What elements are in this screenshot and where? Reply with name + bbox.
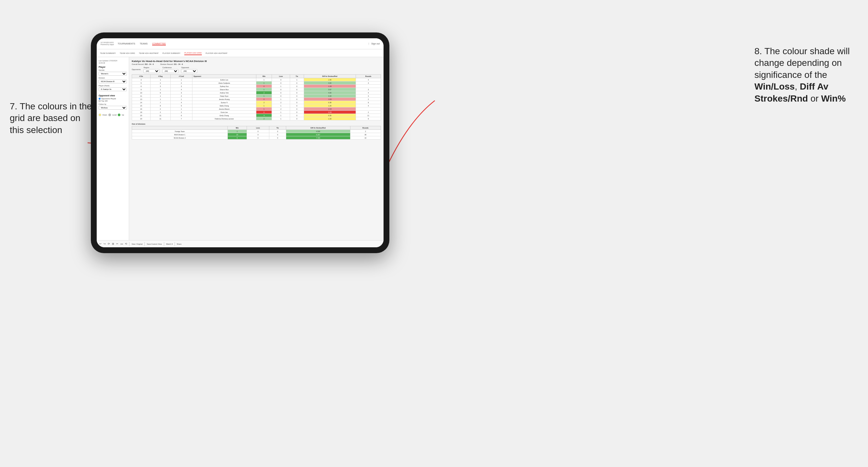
table-row: 13 1 1 Jessica Huang 0 1 0 -3.00 2 [132, 98, 381, 101]
ood-col-diff: Diff Av Strokes/Rnd [286, 126, 350, 130]
opponent-view-group: Opponents Played Top 100 [99, 98, 127, 102]
refresh-icon[interactable]: ⟳ [108, 242, 110, 245]
ood-cell-opponent: NCAA Division 2 [132, 136, 228, 139]
ood-table-row: NAIA Division 1 15 0 0 9.267 30 [132, 133, 381, 136]
nav-links: TOURNAMENTS TEAMS COMMITTEE [118, 42, 368, 45]
ood-cell-win: 5 [227, 136, 247, 139]
subnav-team-h2h-heatmap[interactable]: TEAM H2H HEATMAP [139, 52, 159, 55]
ood-cell-loss: 0 [247, 130, 269, 133]
table-row: 20 11 7 Federica Domecq Lacroze 2 1 0 1.… [132, 117, 381, 120]
subnav-team-summary[interactable]: TEAM SUMMARY [100, 52, 116, 55]
nav-tournaments[interactable]: TOURNAMENTS [118, 42, 135, 45]
cell-tie: 0 [290, 107, 304, 111]
more-icon[interactable]: ••• [120, 242, 123, 245]
gender-select[interactable]: Women's [99, 72, 127, 75]
save-custom-btn[interactable]: Save Custom View [147, 243, 162, 245]
ood-table-row: Foreign Team 1 0 0 4.500 2 [132, 130, 381, 133]
ood-cell-win: 1 [227, 130, 247, 133]
grid-icon[interactable]: ⊞ [112, 242, 114, 245]
share-btn[interactable]: Share [177, 243, 182, 245]
cell-loss: 1 [272, 98, 290, 101]
cell-rounds: 6 [356, 117, 381, 120]
subnav-player-h2h-grid[interactable]: PLAYER H2H GRID [184, 51, 202, 55]
opponents-filter-label: Opponents: [132, 68, 141, 70]
radio-opponents-played[interactable]: Opponents Played [99, 98, 127, 100]
ood-cell-win: 15 [227, 133, 247, 136]
cell-win: 0 [256, 85, 272, 88]
opponent-select[interactable]: (All) [181, 69, 197, 73]
subnav-player-summary[interactable]: PLAYER SUMMARY [162, 52, 180, 55]
subnav-team-h2h-grid[interactable]: TEAM H2H GRID [120, 52, 135, 55]
cell-diff: 1.50 [304, 78, 356, 82]
division-label: Division [99, 77, 127, 79]
cell-diff: 3.67 [304, 88, 356, 91]
toolbar-sep3 [164, 242, 164, 246]
cell-div: 13 [132, 98, 151, 101]
table-row: 10 6 3 Andrea York 2 0 0 4.00 4 [132, 91, 381, 94]
player-rank-select[interactable]: 8. Katelyn Vo [99, 87, 127, 91]
cell-conf: 4 [170, 88, 192, 91]
sub-nav: TEAM SUMMARY TEAM H2H GRID TEAM H2H HEAT… [97, 49, 383, 57]
cell-opponent: Andrea York [192, 91, 256, 94]
cell-win: 1 [256, 78, 272, 82]
cell-tie: 1 [290, 78, 304, 82]
cell-div: 15 [132, 104, 151, 107]
cell-conf: 2 [170, 82, 192, 85]
overall-value: 353 - 34 - 6 [145, 63, 154, 65]
nav-logo: SCOREBOARD Powered by clippd [101, 42, 114, 45]
ood-col-win: Win [227, 126, 247, 130]
grid-header: Katelyn Vo Head-to-Head Grid for Women's… [132, 60, 381, 65]
nav-sign-out[interactable]: Sign out [371, 42, 380, 45]
toolbar: ↩ ↪ ⟳ ⊞ ✂ ••• ⟲ View: Original Save Cust… [97, 240, 383, 247]
player-section-title: Player [99, 66, 127, 68]
col-rounds: Rounds [356, 75, 381, 78]
redo-icon[interactable]: ↪ [103, 242, 106, 245]
last-updated: Last Updated: 27/03/2024 16:55:38 [99, 60, 127, 64]
conference-select[interactable]: (All) [162, 69, 179, 73]
nav-teams[interactable]: TEAMS [140, 42, 148, 45]
cell-reg: 8 [150, 104, 170, 107]
col-conf: # Conf [170, 75, 192, 78]
cell-tie: 0 [290, 111, 304, 114]
cell-opponent: Alexis Sudjianto [192, 82, 256, 85]
nav-bar: SCOREBOARD Powered by clippd TOURNAMENTS… [97, 38, 383, 49]
legend-up-label: Up [122, 114, 124, 116]
ood-col-tie: Tie [269, 126, 286, 130]
nav-committee[interactable]: COMMITTEE [152, 42, 166, 45]
out-of-division-label: Out of division [132, 123, 381, 125]
watch-btn[interactable]: Watch ▾ [166, 243, 173, 245]
cell-loss: 1 [272, 114, 290, 117]
cell-win: 2 [256, 91, 272, 94]
region-select[interactable]: (All) [144, 69, 160, 73]
right-annotation: 8. The colour shade will change dependin… [754, 45, 858, 104]
cut-icon[interactable]: ✂ [116, 242, 118, 245]
legend: Down Level Up [99, 114, 127, 116]
cell-rounds: 2 [356, 98, 381, 101]
cell-conf: 1 [170, 98, 192, 101]
nav-more-icon[interactable]: ⋮ [368, 42, 370, 45]
right-bold1: Win/Loss [754, 82, 795, 92]
colour-section: Colour by Win/loss [99, 103, 127, 111]
cell-diff: -1.00 [304, 85, 356, 88]
undo-icon[interactable]: ↩ [99, 242, 101, 245]
colour-by-select[interactable]: Win/loss [99, 106, 127, 110]
cell-win: 2 [256, 101, 272, 104]
view-original-btn[interactable]: View: Original [131, 243, 143, 245]
ood-cell-loss: 0 [247, 136, 269, 139]
cell-win: 2 [256, 117, 272, 120]
col-win: Win [256, 75, 272, 78]
ood-col-rounds: Rounds [350, 126, 381, 130]
division-select[interactable]: NCAA Division III [99, 80, 127, 84]
main-data-table: # Div # Reg # Conf Opponent Win Loss Tie… [132, 74, 381, 120]
cell-reg: 2 [150, 107, 170, 111]
radio-top100[interactable]: Top 100 [99, 100, 127, 102]
time-icon[interactable]: ⟲ [125, 242, 127, 245]
subnav-player-h2h-heatmap[interactable]: PLAYER H2H HEATMAP [206, 52, 227, 55]
cell-loss: 1 [272, 111, 290, 114]
cell-opponent: Euna Lee [192, 111, 256, 114]
conference-filter: Conference (All) [162, 66, 179, 73]
table-header-row: # Div # Reg # Conf Opponent Win Loss Tie… [132, 75, 381, 78]
cell-reg: 1 [150, 88, 170, 91]
cell-conf: 5 [170, 104, 192, 107]
cell-reg: 1 [150, 98, 170, 101]
